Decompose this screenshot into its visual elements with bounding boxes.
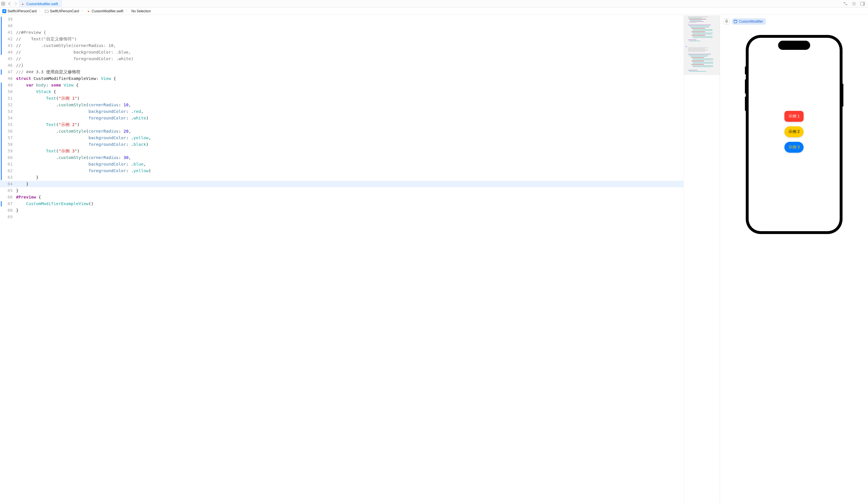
minimap-line	[688, 70, 698, 70]
code-line[interactable]: }	[16, 187, 684, 194]
svg-rect-2	[1, 4, 3, 6]
svg-rect-3	[3, 4, 5, 6]
breadcrumb-file[interactable]: CustomModifier.swift	[87, 9, 123, 13]
code-line[interactable]: backgroundColor: .yellow,	[16, 135, 684, 141]
line-number: 57	[0, 135, 13, 141]
minimap-line	[693, 36, 713, 37]
minimap-line	[688, 49, 705, 49]
line-number: 52	[0, 102, 13, 108]
minimap-line	[693, 37, 713, 38]
code-line[interactable]: //#Preview {	[16, 29, 684, 36]
svg-rect-4	[853, 2, 854, 3]
svg-rect-0	[1, 2, 3, 3]
line-number: 47	[0, 69, 13, 76]
file-tab-label: CustomModifier.swift	[26, 2, 58, 6]
breadcrumb-group-label: SwiftUIPersonCard	[50, 9, 79, 13]
line-number: 44	[0, 49, 13, 56]
code-line[interactable]: foregroundColor: .black)	[16, 141, 684, 148]
line-number: 51	[0, 95, 13, 102]
line-number: 63	[0, 174, 13, 181]
code-line[interactable]: Text("示例 2")	[16, 121, 684, 128]
svg-rect-11	[734, 20, 737, 21]
minimap-line	[691, 31, 705, 32]
minimap[interactable]	[684, 15, 720, 503]
minimap-line	[688, 48, 708, 48]
breadcrumb-selection[interactable]: No Selection	[131, 9, 151, 13]
code-line[interactable]: backgroundColor: .red,	[16, 108, 684, 115]
line-number: 58	[0, 141, 13, 148]
code-line[interactable]: .customStyle(cornerRadius: 20,	[16, 128, 684, 135]
minimap-line	[693, 30, 713, 31]
code-line[interactable]: //}	[16, 62, 684, 69]
code-line[interactable]: .customStyle(cornerRadius: 10,	[16, 102, 684, 108]
code-line[interactable]: var body: some View {	[16, 82, 684, 89]
file-tab[interactable]: CustomModifier.swift	[19, 0, 62, 7]
minimap-line	[690, 21, 704, 22]
breadcrumb-file-label: CustomModifier.swift	[92, 9, 123, 13]
line-number: 66	[0, 194, 13, 201]
minimap-line	[693, 65, 713, 66]
minimap-line	[689, 71, 706, 72]
breadcrumb-selection-label: No Selection	[131, 9, 151, 13]
code-line[interactable]: // foregroundColor: .white)	[16, 56, 684, 62]
toggle-changes-icon[interactable]	[842, 1, 848, 7]
code-line[interactable]: }	[16, 174, 684, 181]
code-line[interactable]: /// ### 3.3 使用自定义修饰符	[16, 69, 684, 76]
code-line[interactable]: VStack {	[16, 89, 684, 95]
minimap-line	[693, 63, 713, 63]
code-line[interactable]: // .customStyle(cornerRadius: 10,	[16, 42, 684, 49]
code-line[interactable]: // Text("自定义修饰符")	[16, 36, 684, 42]
minimap-line	[689, 55, 709, 56]
code-area[interactable]: //#Preview {// Text("自定义修饰符")// .customS…	[16, 15, 684, 503]
nav-forward-button[interactable]	[13, 1, 19, 7]
minimap-line	[693, 67, 713, 67]
breadcrumb-project[interactable]: SwiftUIPersonCard	[2, 9, 37, 13]
line-number: 48	[0, 76, 13, 82]
minimap-line	[688, 40, 696, 40]
folder-icon	[45, 9, 49, 13]
breadcrumb-project-label: SwiftUIPersonCard	[8, 9, 37, 13]
pin-preview-button[interactable]	[723, 18, 730, 24]
code-line[interactable]: #Preview {	[16, 194, 684, 201]
grid-icon[interactable]	[0, 1, 6, 7]
preview-pane: CustomModifier 示例 1示例 2示例 3	[720, 15, 868, 503]
minimap-line	[693, 34, 713, 34]
dynamic-island	[778, 41, 810, 50]
line-gutter[interactable]: 3940414243444546474849505152535455565758…	[0, 15, 16, 503]
minimap-line	[688, 22, 696, 23]
code-line[interactable]: struct CustomModifierExampleView: View {	[16, 76, 684, 82]
code-line[interactable]: }	[16, 207, 684, 214]
code-line[interactable]: // backgroundColor: .blue,	[16, 49, 684, 56]
device-screen[interactable]: 示例 1示例 2示例 3	[748, 38, 840, 231]
code-line[interactable]: }	[16, 181, 684, 187]
breadcrumb: SwiftUIPersonCard 〉 SwiftUIPersonCard 〉 …	[0, 8, 868, 15]
preview-selector[interactable]: CustomModifier	[732, 18, 766, 24]
minimap-line	[688, 54, 711, 54]
preview-sample-1: 示例 1	[784, 111, 804, 122]
code-line[interactable]: .customStyle(cornerRadius: 30,	[16, 154, 684, 161]
code-line[interactable]: backgroundColor: .blue,	[16, 161, 684, 168]
minimap-line	[691, 57, 704, 58]
line-number: 68	[0, 207, 13, 214]
breadcrumb-group[interactable]: SwiftUIPersonCard	[45, 9, 79, 13]
line-number: 40	[0, 23, 13, 29]
side-button	[745, 67, 746, 74]
toggle-right-panel-icon[interactable]	[859, 1, 866, 7]
minimap-line	[691, 35, 705, 36]
minimap-line	[689, 26, 710, 26]
minimap-line	[693, 60, 713, 60]
code-line[interactable]: CustomModifierExampleView()	[16, 201, 684, 207]
nav-back-button[interactable]	[6, 1, 13, 7]
code-line[interactable]: foregroundColor: .white)	[16, 115, 684, 121]
code-line[interactable]: Text("示例 1")	[16, 95, 684, 102]
app-icon	[2, 9, 6, 13]
minimap-line	[691, 61, 704, 61]
preview-name-label: CustomModifier	[739, 19, 763, 23]
code-line[interactable]: foregroundColor: .yellow)	[16, 168, 684, 174]
line-number: 45	[0, 56, 13, 62]
line-number: 59	[0, 148, 13, 154]
adjust-editor-icon[interactable]	[851, 1, 857, 7]
minimap-line	[693, 33, 713, 33]
line-number: 42	[0, 36, 13, 42]
code-line[interactable]: Text("示例 3")	[16, 148, 684, 154]
